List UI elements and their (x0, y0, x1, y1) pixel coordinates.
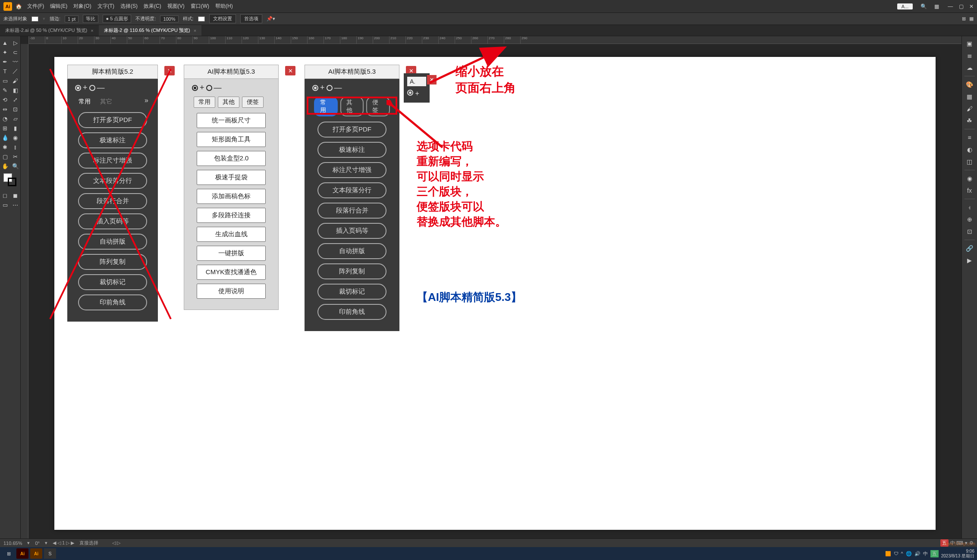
menu-file[interactable]: 文件(F) (27, 3, 44, 10)
tray-chevron-up-icon[interactable]: ^ (901, 551, 903, 556)
pin-icon[interactable]: 📌▾ (267, 16, 275, 22)
fill-swatch[interactable] (31, 16, 38, 22)
taskbar-ai-icon[interactable]: Ai (16, 548, 28, 559)
actions-icon[interactable]: ▶ (964, 255, 976, 266)
tray-network-icon[interactable]: 🌐 (906, 551, 912, 557)
scale-tool[interactable]: ⤢ (10, 95, 21, 104)
radio-icon[interactable] (206, 85, 212, 91)
btn-prepress[interactable]: 印前角线 (317, 304, 386, 320)
close-icon[interactable]: ✕ (427, 75, 437, 84)
tray-shield-icon[interactable]: 🛡 (894, 551, 898, 556)
style-swatch[interactable] (198, 16, 205, 22)
btn-box-type[interactable]: 包装盒型2.0 (197, 151, 266, 166)
close-icon[interactable]: ✕ (969, 3, 974, 9)
radio-icon[interactable] (89, 85, 95, 91)
selection-tool[interactable]: ▲ (0, 38, 10, 47)
stroke-icon[interactable]: ≡ (964, 132, 976, 143)
slice-tool[interactable]: ✂ (10, 152, 21, 161)
btn-dim-enhance[interactable]: 标注尺寸增强 (78, 153, 147, 169)
perspective-tool[interactable]: ▱ (10, 114, 21, 123)
radio-checked-icon[interactable] (192, 85, 198, 91)
type-tool[interactable]: T (0, 66, 10, 76)
artboard-tool[interactable]: ▢ (0, 152, 10, 161)
btn-array-copy[interactable]: 阵列复制 (78, 254, 147, 270)
tab-other[interactable]: 其他 (340, 97, 364, 116)
minimize-icon[interactable]: — (948, 3, 953, 9)
mesh-tool[interactable]: ⊞ (0, 123, 10, 133)
gradient-icon[interactable]: ◐ (964, 144, 976, 155)
tab-common[interactable]: 常用 (77, 97, 92, 107)
menu-view[interactable]: 视图(V) (167, 3, 185, 10)
radio-checked-icon[interactable] (75, 85, 81, 91)
tray-ime-icon[interactable]: 中 (923, 551, 928, 557)
rotate-tool[interactable]: ⟲ (0, 95, 10, 104)
graphic-styles-icon[interactable]: fx (964, 185, 976, 196)
taskbar-ai-icon-2[interactable]: Ai (30, 548, 42, 559)
appearance-icon[interactable]: ◉ (964, 173, 976, 184)
tray-app-icon[interactable]: 🟧 (885, 551, 891, 557)
curvature-tool[interactable]: 〰 (10, 57, 21, 66)
draw-mode-behind[interactable]: ◼ (10, 191, 21, 200)
opacity-dropdown[interactable]: 100% (160, 16, 178, 22)
symbol-sprayer-tool[interactable]: ✱ (0, 142, 10, 152)
btn-para-merge[interactable]: 段落行合并 (78, 193, 147, 209)
pen-tool[interactable]: ✒ (0, 57, 10, 66)
zoom-level[interactable]: 110.65% (3, 541, 22, 546)
align-icon[interactable]: ⫞ (964, 202, 976, 213)
btn-color-label[interactable]: 添加画稿色标 (197, 189, 266, 204)
doc-tab-1[interactable]: 未标题-2.ai @ 50 % (CMYK/CPU 预览) × (0, 25, 99, 36)
btn-speed-mark[interactable]: 极速标注 (317, 142, 386, 158)
free-transform-tool[interactable]: ⊡ (10, 104, 21, 114)
graph-tool[interactable]: ⫿ (10, 142, 21, 152)
menu-help[interactable]: 帮助(H) (215, 3, 233, 10)
taskbar-clock[interactable]: 9:06 2023/8/13 星期日 (941, 549, 974, 558)
eraser-tool[interactable]: ◧ (10, 85, 21, 95)
hand-tool[interactable]: ✋ (0, 161, 10, 171)
close-icon[interactable]: ✕ (164, 66, 175, 75)
shape-builder-tool[interactable]: ◔ (0, 114, 10, 123)
menu-type[interactable]: 文字(T) (97, 3, 114, 10)
tab-notes[interactable]: 便签 (242, 97, 264, 108)
menu-window[interactable]: 窗口(W) (191, 3, 209, 10)
eyedropper-tool[interactable]: 💧 (0, 133, 10, 142)
tab-common[interactable]: 常用 (194, 97, 215, 108)
btn-text-split[interactable]: 文本段落分行 (78, 173, 147, 189)
btn-open-pdf[interactable]: 打开多页PDF (78, 112, 147, 128)
btn-page-num[interactable]: 插入页码等 (317, 223, 386, 239)
btn-path-join[interactable]: 多段路径连接 (197, 208, 266, 223)
width-tool[interactable]: ⇔ (0, 104, 10, 114)
symbols-icon[interactable]: ☘ (964, 115, 976, 126)
menu-object[interactable]: 对象(O) (73, 3, 91, 10)
tray-volume-icon[interactable]: 🔊 (914, 551, 920, 557)
btn-one-impose[interactable]: 一键拼版 (197, 246, 266, 261)
brushes-icon[interactable]: 🖌 (964, 103, 976, 114)
color-icon[interactable]: 🎨 (964, 79, 976, 90)
btn-auto-impose[interactable]: 自动拼版 (78, 234, 147, 250)
magic-wand-tool[interactable]: ✦ (0, 47, 10, 57)
btn-text-split[interactable]: 文本段落分行 (317, 182, 386, 198)
draw-mode-normal[interactable]: ◻ (0, 191, 10, 200)
btn-bleed[interactable]: 生成出血线 (197, 227, 266, 242)
links-icon[interactable]: 🔗 (964, 243, 976, 254)
tab-notes[interactable]: 便签 (366, 97, 390, 116)
shaper-tool[interactable]: ✎ (0, 85, 10, 95)
maximize-icon[interactable]: ▢ (959, 3, 964, 9)
btn-page-num[interactable]: 插入页码等 (78, 213, 147, 229)
screen-mode[interactable]: ▭ (0, 200, 10, 210)
home-icon[interactable]: 🏠 (16, 3, 22, 9)
radio-icon[interactable] (327, 85, 333, 91)
tab-other[interactable]: 其它 (95, 97, 117, 107)
swatches-icon[interactable]: ▦ (964, 91, 976, 102)
close-icon[interactable]: × (194, 28, 196, 33)
transparency-icon[interactable]: ◫ (964, 156, 976, 167)
btn-speed-mark[interactable]: 极速标注 (78, 132, 147, 148)
radio-checked-icon[interactable] (407, 90, 413, 96)
prefs-button[interactable]: 首选项 (240, 14, 262, 23)
lasso-tool[interactable]: ⊂ (10, 47, 21, 57)
snap-icon[interactable]: ▦ (969, 16, 974, 22)
line-tool[interactable]: ／ (10, 66, 21, 76)
btn-help[interactable]: 使用说明 (197, 284, 266, 299)
layers-icon[interactable]: ≣ (964, 50, 976, 61)
gradient-tool[interactable]: ▮ (10, 123, 21, 133)
menu-edit[interactable]: 编辑(E) (50, 3, 67, 10)
